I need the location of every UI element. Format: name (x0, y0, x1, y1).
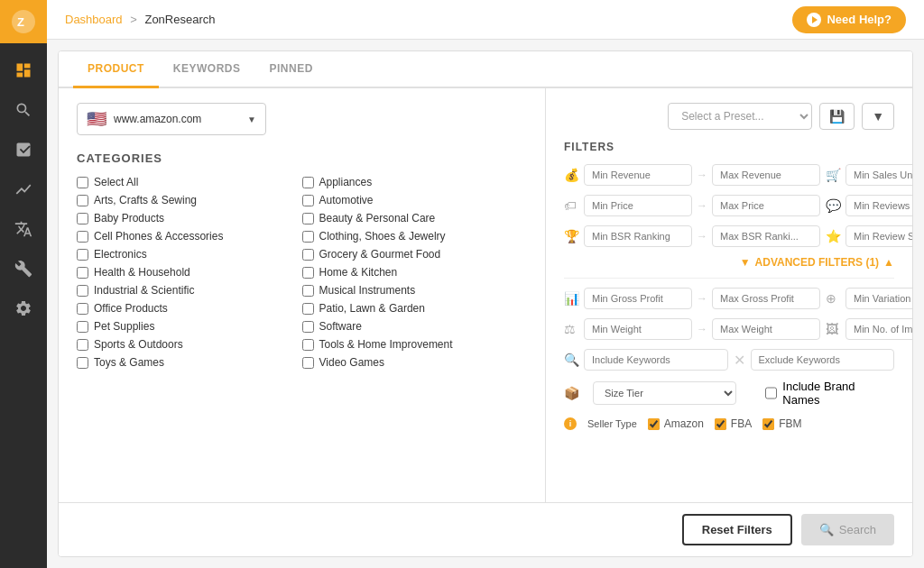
sidebar-item-settings[interactable] (0, 289, 47, 328)
cat-checkbox-arts[interactable] (77, 195, 88, 206)
cat-item-musical[interactable]: Musical Instruments (302, 284, 528, 297)
min-images-input[interactable] (845, 318, 912, 340)
cat-item-industrial[interactable]: Industrial & Scientific (77, 284, 302, 297)
seller-fba-checkbox[interactable] (715, 418, 726, 430)
sidebar-item-search[interactable] (0, 90, 47, 130)
cat-item-select-all[interactable]: Select All (77, 176, 302, 188)
cat-checkbox-beauty[interactable] (302, 213, 314, 224)
cat-checkbox-musical[interactable] (302, 285, 314, 297)
reset-filters-button[interactable]: Reset Filters (682, 514, 792, 545)
reviews-group: → (845, 195, 912, 216)
size-tier-select[interactable]: Size Tier (593, 381, 736, 405)
cat-item-tools[interactable]: Tools & Home Improvement (302, 338, 528, 351)
cat-item-automotive[interactable]: Automotive (302, 194, 528, 206)
cat-item-health[interactable]: Health & Household (77, 266, 302, 279)
min-profit-input[interactable] (584, 288, 692, 309)
max-profit-input[interactable] (712, 288, 820, 309)
arrow-icon-5: → (697, 230, 707, 243)
clear-exclude-icon[interactable]: ✕ (734, 352, 745, 369)
cat-item-patio[interactable]: Patio, Lawn & Garden (302, 302, 528, 315)
cat-item-baby[interactable]: Baby Products (77, 212, 302, 224)
cat-item-sports[interactable]: Sports & Outdoors (77, 338, 302, 351)
sidebar-item-analytics[interactable] (0, 130, 47, 169)
cat-label-grocery: Grocery & Gourmet Food (319, 248, 441, 261)
cat-item-pet[interactable]: Pet Supplies (77, 320, 302, 333)
cat-checkbox-grocery[interactable] (302, 249, 314, 261)
cat-item-arts[interactable]: Arts, Crafts & Sewing (77, 194, 302, 206)
price-icon: 🏷 (564, 198, 578, 213)
max-price-input[interactable] (712, 195, 820, 216)
cat-checkbox-office[interactable] (77, 303, 88, 315)
preset-select[interactable]: Select a Preset... (668, 103, 812, 130)
cat-checkbox-clothing[interactable] (302, 231, 314, 243)
seller-amazon-label: Amazon (664, 417, 704, 430)
need-help-button[interactable]: Need Help? (792, 6, 906, 33)
cat-item-appliances[interactable]: Appliances (302, 176, 528, 188)
min-revenue-input[interactable] (584, 164, 692, 186)
cat-checkbox-videogames[interactable] (302, 357, 314, 369)
cat-checkbox-baby[interactable] (77, 213, 88, 224)
cat-item-cellphones[interactable]: Cell Phones & Accessories (77, 230, 302, 243)
cat-checkbox-sports[interactable] (77, 339, 88, 351)
seller-amazon-checkbox[interactable] (648, 418, 660, 430)
search-button[interactable]: 🔍 Search (801, 514, 894, 545)
cat-checkbox-automotive[interactable] (302, 195, 314, 206)
cat-label-musical: Musical Instruments (319, 284, 416, 297)
advanced-filters-header[interactable]: ▼ ADVANCED FILTERS (1) ▲ (564, 256, 894, 269)
min-review-star-input[interactable] (845, 225, 912, 247)
include-keywords-input[interactable] (584, 349, 728, 371)
max-weight-input[interactable] (712, 318, 820, 340)
save-preset-button[interactable]: 💾 (819, 103, 855, 130)
sidebar-item-chart[interactable] (0, 169, 47, 209)
cat-checkbox-industrial[interactable] (77, 285, 88, 297)
max-revenue-input[interactable] (712, 164, 820, 186)
cat-checkbox-cellphones[interactable] (77, 231, 88, 243)
cat-checkbox-electronics[interactable] (77, 249, 88, 261)
cat-label-patio: Patio, Lawn & Garden (319, 302, 425, 315)
cat-item-home[interactable]: Home & Kitchen (302, 266, 528, 279)
cat-checkbox-health[interactable] (77, 267, 88, 279)
tab-keywords[interactable]: KEYWORDS (159, 51, 255, 88)
cat-label-automotive: Automotive (319, 194, 374, 206)
cat-checkbox-appliances[interactable] (302, 177, 314, 188)
exclude-keywords-input[interactable] (751, 349, 895, 371)
tab-content: 🇺🇸 www.amazon.com ▼ CATEGORIES Select Al… (59, 88, 912, 502)
min-sales-input[interactable] (845, 164, 912, 186)
sidebar-item-keyword[interactable] (0, 209, 47, 249)
cat-item-software[interactable]: Software (302, 320, 528, 333)
cat-checkbox-home[interactable] (302, 267, 314, 279)
cat-checkbox-patio[interactable] (302, 303, 314, 315)
max-bsr-input[interactable] (712, 225, 820, 247)
cat-item-videogames[interactable]: Video Games (302, 356, 528, 369)
cat-item-clothing[interactable]: Clothing, Shoes & Jewelry (302, 230, 528, 243)
filter-row-size-brand: 📦 Size Tier Include Brand Names (564, 380, 894, 407)
cat-checkbox-tools[interactable] (302, 339, 314, 351)
min-bsr-input[interactable] (584, 225, 692, 247)
bsr-group: → (584, 225, 820, 247)
cat-checkbox-select-all[interactable] (77, 177, 88, 188)
filter-row-price: 🏷 → 💬 → (564, 195, 894, 216)
cat-item-beauty[interactable]: Beauty & Personal Care (302, 212, 528, 224)
cat-item-office[interactable]: Office Products (77, 302, 302, 315)
cat-item-grocery[interactable]: Grocery & Gourmet Food (302, 248, 528, 261)
logo[interactable]: Z (0, 0, 47, 43)
cat-checkbox-software[interactable] (302, 321, 314, 333)
seller-fbm-checkbox[interactable] (762, 418, 774, 430)
tab-product[interactable]: PRODUCT (73, 51, 159, 88)
more-options-button[interactable]: ▼ (862, 103, 894, 130)
cat-item-toys[interactable]: Toys & Games (77, 356, 302, 369)
sidebar-item-tools[interactable] (0, 249, 47, 289)
breadcrumb-link[interactable]: Dashboard (65, 13, 123, 26)
min-weight-input[interactable] (584, 318, 692, 340)
min-price-input[interactable] (584, 195, 692, 216)
cat-checkbox-toys[interactable] (77, 357, 88, 369)
arrow-icon-9: → (697, 323, 707, 335)
min-reviews-input[interactable] (845, 195, 912, 216)
tab-pinned[interactable]: PINNED (255, 51, 328, 88)
min-variation-input[interactable] (845, 288, 912, 309)
sidebar-item-dashboard[interactable] (0, 50, 47, 90)
amazon-selector[interactable]: 🇺🇸 www.amazon.com ▼ (77, 103, 266, 135)
include-brand-checkbox[interactable] (765, 387, 778, 399)
cat-item-electronics[interactable]: Electronics (77, 248, 302, 261)
cat-checkbox-pet[interactable] (77, 321, 88, 333)
